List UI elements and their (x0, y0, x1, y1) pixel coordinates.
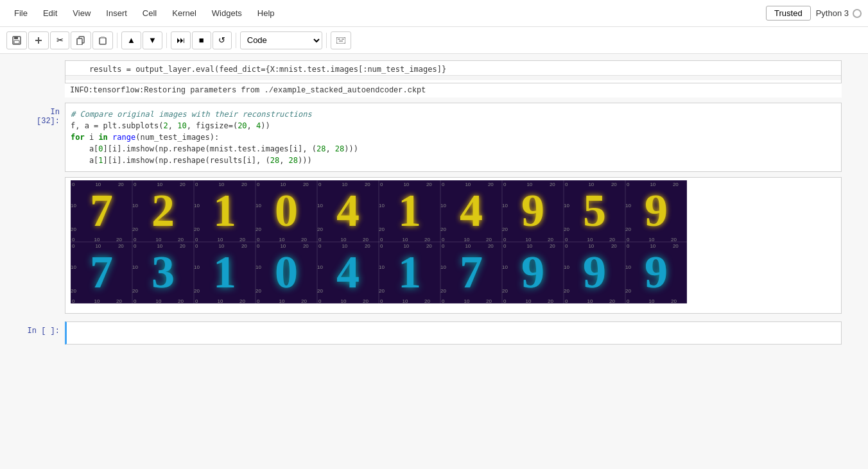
keyboard-shortcuts-button[interactable] (331, 31, 351, 49)
notebook: results = output_layer.eval(feed_dict={X… (0, 54, 868, 469)
code-text4: a[1][i].imshow(np.reshape(results[i], (2… (71, 156, 312, 165)
paste-button[interactable] (92, 31, 113, 49)
cut-button[interactable]: ✂ (50, 31, 69, 49)
svg-rect-2 (14, 40, 19, 44)
step-button[interactable]: ⏭ (171, 31, 191, 49)
separator2 (166, 33, 167, 48)
empty-cell-prompt: In [ ]: (26, 321, 65, 345)
code-for: for (71, 133, 85, 142)
menu-file[interactable]: File (6, 4, 35, 22)
empty-cell-input[interactable] (65, 321, 842, 345)
menu-widgets[interactable]: Widgets (204, 4, 250, 22)
info-output: INFO:tensorflow:Restoring parameters fro… (65, 83, 842, 98)
kernel-label: Python 3 (816, 8, 849, 18)
digit-figure (71, 180, 687, 309)
svg-rect-7 (100, 38, 106, 44)
move-down-button[interactable]: ▼ (143, 31, 162, 49)
kernel-circle-icon (853, 9, 862, 18)
menu-help[interactable]: Help (250, 4, 282, 22)
save-button[interactable] (6, 31, 27, 49)
move-up-button[interactable]: ▲ (121, 31, 141, 49)
separator4 (326, 33, 327, 48)
menubar: File Edit View Insert Cell Kernel Widget… (0, 0, 868, 27)
cell-32-output (26, 177, 842, 314)
menu-insert[interactable]: Insert (98, 4, 135, 22)
menu-view[interactable]: View (65, 4, 98, 22)
toolbar: ✂ ▲ ▼ ⏭ ■ ↺ Code Markdown Raw NBConvert (0, 27, 868, 54)
cell-32-input[interactable]: # Compare original images with their rec… (65, 103, 842, 172)
scroll-code-output: results = output_layer.eval(feed_dict={X… (65, 64, 841, 75)
empty-cell: In [ ]: (26, 321, 842, 345)
code-text2: i in range(num_test_images): (85, 133, 220, 142)
code-text3: a[0][i].imshow(np.reshape(mnist.test.ima… (71, 144, 358, 153)
menu-edit[interactable]: Edit (35, 4, 65, 22)
menu-kernel[interactable]: Kernel (164, 4, 204, 22)
separator3 (236, 33, 236, 48)
separator1 (117, 33, 117, 48)
cell-32-prompt: In [32]: (26, 103, 65, 172)
cell-type-select[interactable]: Code Markdown Raw NBConvert (240, 31, 322, 49)
stop-button[interactable]: ■ (192, 31, 211, 49)
svg-rect-8 (101, 37, 105, 38)
trusted-button[interactable]: Trusted (766, 6, 811, 21)
cell-32: In [32]: # Compare original images with … (26, 103, 842, 172)
restart-button[interactable]: ↺ (213, 31, 232, 49)
menu-cell[interactable]: Cell (135, 4, 164, 22)
svg-rect-1 (14, 37, 18, 39)
copy-button[interactable] (71, 31, 91, 49)
svg-rect-6 (77, 38, 82, 45)
svg-rect-9 (336, 37, 345, 44)
code-comment: # Compare original images with their rec… (71, 110, 312, 119)
cell-container: results = output_layer.eval(feed_dict={X… (26, 60, 842, 345)
kernel-info: Python 3 (816, 8, 862, 18)
add-cell-button[interactable] (28, 31, 49, 49)
code-text: f, a = plt.subplots(2, 10, figsize=(20, … (71, 121, 270, 130)
